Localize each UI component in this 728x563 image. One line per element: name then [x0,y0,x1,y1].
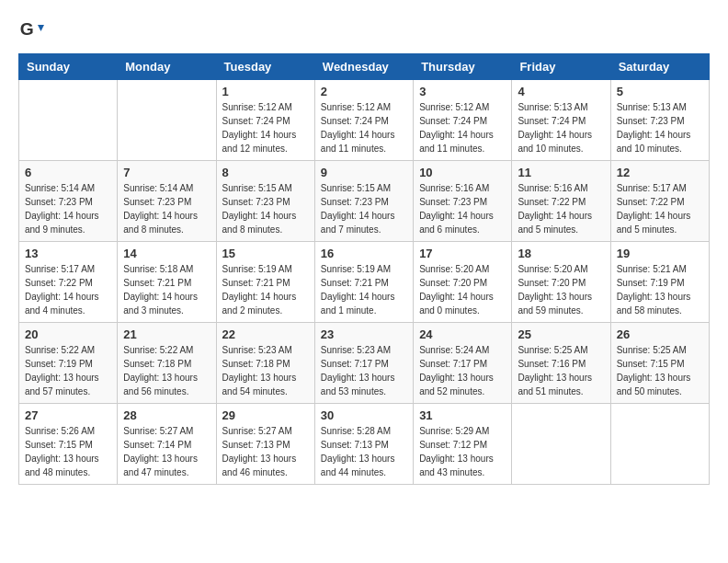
calendar-cell: 14Sunrise: 5:18 AM Sunset: 7:21 PM Dayli… [118,242,216,323]
day-info: Sunrise: 5:27 AM Sunset: 7:14 PM Dayligh… [123,424,210,479]
svg-text:G: G [20,19,34,39]
calendar-cell: 26Sunrise: 5:25 AM Sunset: 7:15 PM Dayli… [610,323,709,404]
day-info: Sunrise: 5:12 AM Sunset: 7:24 PM Dayligh… [419,100,506,155]
calendar-cell: 24Sunrise: 5:24 AM Sunset: 7:17 PM Dayli… [414,323,512,404]
calendar-cell [19,80,118,161]
day-info: Sunrise: 5:28 AM Sunset: 7:13 PM Dayligh… [321,424,407,479]
calendar-cell: 18Sunrise: 5:20 AM Sunset: 7:20 PM Dayli… [512,242,610,323]
calendar-cell: 8Sunrise: 5:15 AM Sunset: 7:23 PM Daylig… [216,161,314,242]
calendar-cell [512,404,610,485]
day-number: 20 [25,327,111,341]
day-info: Sunrise: 5:29 AM Sunset: 7:12 PM Dayligh… [419,424,506,479]
day-number: 13 [25,247,111,260]
day-info: Sunrise: 5:19 AM Sunset: 7:21 PM Dayligh… [222,262,309,317]
day-number: 12 [617,166,703,179]
day-info: Sunrise: 5:22 AM Sunset: 7:19 PM Dayligh… [25,343,111,398]
day-info: Sunrise: 5:14 AM Sunset: 7:23 PM Dayligh… [25,181,111,236]
day-number: 31 [419,408,506,422]
day-number: 17 [419,247,506,260]
day-number: 5 [617,85,703,98]
day-info: Sunrise: 5:12 AM Sunset: 7:24 PM Dayligh… [321,100,407,155]
weekday-header-row: SundayMondayTuesdayWednesdayThursdayFrid… [19,54,710,80]
logo-icon: G [18,18,44,44]
calendar-cell: 29Sunrise: 5:27 AM Sunset: 7:13 PM Dayli… [216,404,314,485]
calendar-cell: 19Sunrise: 5:21 AM Sunset: 7:19 PM Dayli… [610,242,709,323]
weekday-header-thursday: Thursday [414,54,512,80]
day-number: 2 [321,85,407,98]
day-info: Sunrise: 5:21 AM Sunset: 7:19 PM Dayligh… [617,262,703,317]
week-row-4: 27Sunrise: 5:26 AM Sunset: 7:15 PM Dayli… [19,404,710,485]
calendar-cell: 10Sunrise: 5:16 AM Sunset: 7:23 PM Dayli… [414,161,512,242]
day-info: Sunrise: 5:23 AM Sunset: 7:18 PM Dayligh… [222,343,309,398]
day-number: 25 [518,327,604,341]
calendar-cell: 3Sunrise: 5:12 AM Sunset: 7:24 PM Daylig… [414,80,512,161]
day-number: 23 [321,327,407,341]
calendar-cell: 1Sunrise: 5:12 AM Sunset: 7:24 PM Daylig… [216,80,314,161]
calendar-cell: 7Sunrise: 5:14 AM Sunset: 7:23 PM Daylig… [118,161,216,242]
day-info: Sunrise: 5:19 AM Sunset: 7:21 PM Dayligh… [321,262,407,317]
day-info: Sunrise: 5:16 AM Sunset: 7:22 PM Dayligh… [518,181,604,236]
day-info: Sunrise: 5:22 AM Sunset: 7:18 PM Dayligh… [123,343,210,398]
day-number: 24 [419,327,506,341]
day-info: Sunrise: 5:25 AM Sunset: 7:15 PM Dayligh… [617,343,703,398]
day-info: Sunrise: 5:24 AM Sunset: 7:17 PM Dayligh… [419,343,506,398]
calendar-cell: 30Sunrise: 5:28 AM Sunset: 7:13 PM Dayli… [314,404,413,485]
calendar-cell [610,404,709,485]
day-number: 8 [222,166,309,179]
week-row-3: 20Sunrise: 5:22 AM Sunset: 7:19 PM Dayli… [19,323,710,404]
logo: G [18,18,48,44]
calendar-cell: 22Sunrise: 5:23 AM Sunset: 7:18 PM Dayli… [216,323,314,404]
day-number: 15 [222,247,309,260]
weekday-header-friday: Friday [512,54,610,80]
day-info: Sunrise: 5:26 AM Sunset: 7:15 PM Dayligh… [25,424,111,479]
day-info: Sunrise: 5:15 AM Sunset: 7:23 PM Dayligh… [222,181,309,236]
day-info: Sunrise: 5:13 AM Sunset: 7:24 PM Dayligh… [518,100,604,155]
day-number: 6 [25,166,111,179]
day-number: 1 [222,85,309,98]
day-number: 28 [123,408,210,422]
day-info: Sunrise: 5:20 AM Sunset: 7:20 PM Dayligh… [419,262,506,317]
day-info: Sunrise: 5:18 AM Sunset: 7:21 PM Dayligh… [123,262,210,317]
calendar: SundayMondayTuesdayWednesdayThursdayFrid… [18,53,710,485]
day-number: 9 [321,166,407,179]
calendar-cell: 23Sunrise: 5:23 AM Sunset: 7:17 PM Dayli… [314,323,413,404]
weekday-header-wednesday: Wednesday [314,54,413,80]
day-info: Sunrise: 5:16 AM Sunset: 7:23 PM Dayligh… [419,181,506,236]
calendar-cell: 13Sunrise: 5:17 AM Sunset: 7:22 PM Dayli… [19,242,118,323]
weekday-header-tuesday: Tuesday [216,54,314,80]
calendar-cell: 2Sunrise: 5:12 AM Sunset: 7:24 PM Daylig… [314,80,413,161]
day-info: Sunrise: 5:25 AM Sunset: 7:16 PM Dayligh… [518,343,604,398]
calendar-cell: 31Sunrise: 5:29 AM Sunset: 7:12 PM Dayli… [414,404,512,485]
day-number: 21 [123,327,210,341]
day-number: 10 [419,166,506,179]
day-number: 27 [25,408,111,422]
calendar-cell: 9Sunrise: 5:15 AM Sunset: 7:23 PM Daylig… [314,161,413,242]
day-number: 7 [123,166,210,179]
weekday-header-sunday: Sunday [19,54,118,80]
day-info: Sunrise: 5:17 AM Sunset: 7:22 PM Dayligh… [25,262,111,317]
header: G [18,18,710,44]
calendar-cell: 20Sunrise: 5:22 AM Sunset: 7:19 PM Dayli… [19,323,118,404]
calendar-cell [118,80,216,161]
day-number: 16 [321,247,407,260]
day-number: 18 [518,247,604,260]
day-number: 11 [518,166,604,179]
day-number: 22 [222,327,309,341]
day-info: Sunrise: 5:15 AM Sunset: 7:23 PM Dayligh… [321,181,407,236]
day-info: Sunrise: 5:13 AM Sunset: 7:23 PM Dayligh… [617,100,703,155]
calendar-cell: 28Sunrise: 5:27 AM Sunset: 7:14 PM Dayli… [118,404,216,485]
calendar-cell: 4Sunrise: 5:13 AM Sunset: 7:24 PM Daylig… [512,80,610,161]
week-row-1: 6Sunrise: 5:14 AM Sunset: 7:23 PM Daylig… [19,161,710,242]
day-number: 3 [419,85,506,98]
day-number: 19 [617,247,703,260]
calendar-cell: 11Sunrise: 5:16 AM Sunset: 7:22 PM Dayli… [512,161,610,242]
day-number: 30 [321,408,407,422]
week-row-0: 1Sunrise: 5:12 AM Sunset: 7:24 PM Daylig… [19,80,710,161]
day-info: Sunrise: 5:27 AM Sunset: 7:13 PM Dayligh… [222,424,309,479]
day-info: Sunrise: 5:23 AM Sunset: 7:17 PM Dayligh… [321,343,407,398]
day-number: 29 [222,408,309,422]
calendar-cell: 21Sunrise: 5:22 AM Sunset: 7:18 PM Dayli… [118,323,216,404]
day-number: 26 [617,327,703,341]
week-row-2: 13Sunrise: 5:17 AM Sunset: 7:22 PM Dayli… [19,242,710,323]
day-info: Sunrise: 5:14 AM Sunset: 7:23 PM Dayligh… [123,181,210,236]
